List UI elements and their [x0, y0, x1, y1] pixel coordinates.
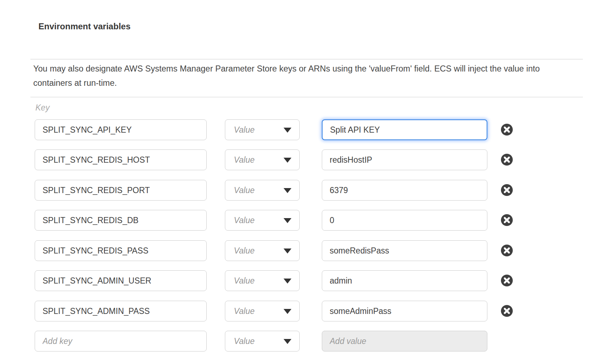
remove-icon [501, 305, 513, 317]
env-var-row: Value [0, 210, 600, 231]
chevron-down-icon [284, 158, 291, 163]
remove-icon [501, 184, 513, 196]
remove-icon [501, 214, 513, 226]
remove-row-button[interactable] [501, 305, 513, 317]
remove-row-button[interactable] [501, 153, 513, 166]
env-var-add-row: Value [0, 331, 600, 351]
remove-icon [501, 274, 513, 287]
chevron-down-icon [284, 128, 291, 133]
section-title: Environment variables [38, 19, 131, 34]
chevron-down-icon [284, 339, 291, 344]
value-type-label: Value [234, 336, 255, 346]
remove-row-button[interactable] [501, 274, 513, 287]
env-key-input[interactable] [35, 301, 207, 321]
remove-row-button[interactable] [501, 244, 513, 257]
value-type-label: Value [234, 216, 255, 225]
divider-top [30, 59, 583, 59]
env-var-row: Value [0, 270, 600, 291]
env-key-input[interactable] [35, 240, 207, 261]
remove-icon [501, 153, 513, 166]
env-key-input[interactable] [35, 270, 207, 291]
env-key-input[interactable] [35, 210, 207, 231]
env-key-input[interactable] [35, 119, 207, 140]
env-value-input[interactable] [322, 270, 487, 291]
chevron-down-icon [284, 279, 291, 284]
env-value-input[interactable] [322, 301, 487, 321]
value-type-label: Value [234, 246, 255, 256]
env-key-input[interactable] [35, 180, 207, 201]
add-key-input[interactable] [35, 331, 207, 351]
value-type-dropdown[interactable]: Value [225, 180, 300, 201]
chevron-down-icon [284, 309, 291, 314]
value-type-dropdown[interactable]: Value [225, 149, 300, 170]
env-var-row: Value [0, 180, 600, 201]
value-type-label: Value [234, 276, 255, 286]
remove-icon [501, 244, 513, 257]
env-value-input[interactable] [322, 119, 487, 140]
remove-row-button[interactable] [501, 214, 513, 226]
description-text: You may also designate AWS Systems Manag… [33, 62, 547, 90]
value-type-label: Value [234, 306, 255, 316]
chevron-down-icon [284, 188, 291, 193]
env-var-row: Value [0, 149, 600, 170]
env-value-input[interactable] [322, 180, 487, 201]
value-type-dropdown[interactable]: Value [225, 301, 300, 321]
env-var-row: Value [0, 240, 600, 261]
value-type-dropdown[interactable]: Value [225, 331, 300, 351]
value-type-label: Value [234, 125, 255, 135]
value-type-dropdown[interactable]: Value [225, 240, 300, 261]
divider-bottom [30, 97, 583, 97]
value-type-label: Value [234, 186, 255, 195]
remove-row-button[interactable] [501, 184, 513, 196]
value-type-dropdown[interactable]: Value [225, 210, 300, 231]
key-column-label: Key [35, 103, 50, 113]
env-value-input[interactable] [322, 240, 487, 261]
chevron-down-icon [284, 249, 291, 254]
remove-row-button[interactable] [501, 123, 513, 136]
value-type-dropdown[interactable]: Value [225, 119, 300, 140]
chevron-down-icon [284, 218, 291, 223]
env-value-input[interactable] [322, 149, 487, 170]
value-type-label: Value [234, 155, 255, 165]
env-key-input[interactable] [35, 149, 207, 170]
remove-icon [501, 123, 513, 136]
env-var-row: Value [0, 119, 600, 140]
env-value-input[interactable] [322, 210, 487, 231]
add-value-input[interactable] [322, 331, 487, 351]
env-var-row: Value [0, 301, 600, 321]
value-type-dropdown[interactable]: Value [225, 270, 300, 291]
